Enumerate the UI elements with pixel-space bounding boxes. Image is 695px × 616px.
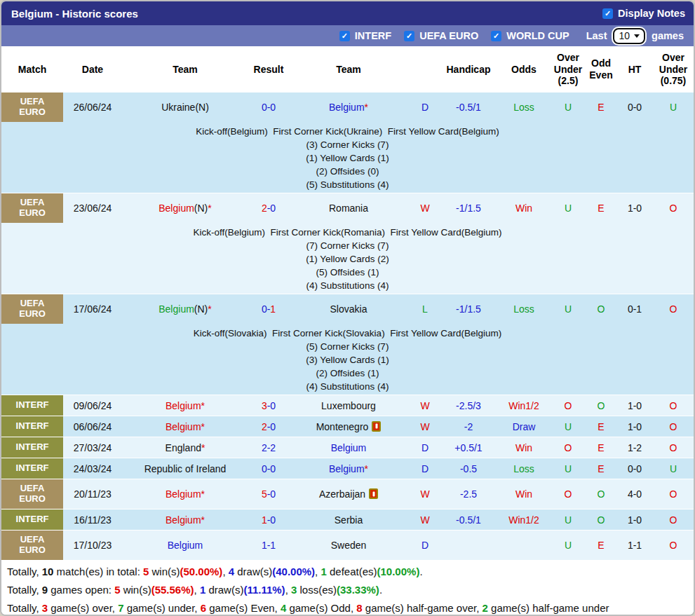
- half-time-score: 1-0: [619, 203, 651, 214]
- match-row[interactable]: INTERF27/03/24England*2-2BelgiumD+0.5/1W…: [1, 437, 694, 458]
- uefa-euro-checkbox-icon[interactable]: [404, 31, 414, 41]
- match-row[interactable]: UEFA EURO20/11/23Belgium*5-0AzerbaijanW-…: [1, 479, 694, 509]
- col-header-date: Date: [63, 64, 122, 76]
- interf-label: INTERF: [355, 30, 391, 41]
- odd-even-value: E: [583, 421, 619, 432]
- table-header-row: Match Date Team Result Team Handicap Odd…: [1, 46, 694, 93]
- notes-stat-line: (2) Offsides (0): [1, 165, 694, 178]
- match-notes: Kick-off(Slovakia) First Corner Kick(Slo…: [1, 324, 694, 395]
- handicap-value: -1/1.5: [442, 203, 495, 214]
- match-row[interactable]: INTERF09/06/24Belgium*3-0LuxembourgW-2.5…: [1, 395, 694, 416]
- display-notes-toggle[interactable]: Display Notes: [602, 8, 685, 19]
- match-result: 1-1: [248, 540, 289, 551]
- handicap-odds-result: Win: [495, 442, 553, 453]
- match-table-body: UEFA EURO26/06/24Ukraine(N)0-0Belgium*D-…: [1, 93, 694, 561]
- games-label: games: [652, 30, 684, 41]
- notes-stat-line: (5) Substitutions (4): [1, 178, 694, 191]
- competition-cell: INTERF: [1, 458, 63, 479]
- match-row[interactable]: INTERF16/11/23Belgium*1-0SerbiaW-0.5/1Wi…: [1, 509, 694, 530]
- page-title: Belgium - Historic scores: [11, 8, 138, 20]
- handicap-odds-result: Win1/2: [495, 514, 553, 526]
- team-home: Belgium*: [122, 400, 248, 411]
- team-home: Belgium*: [122, 514, 248, 526]
- interf-checkbox-icon[interactable]: [339, 31, 350, 41]
- team-away: Luxembourg: [289, 400, 408, 411]
- match-row[interactable]: INTERF24/03/24Republic of Ireland0-0Belg…: [1, 458, 694, 479]
- match-date: 24/03/24: [63, 463, 122, 474]
- match-result: 0-1: [248, 303, 289, 315]
- competition-cell: UEFA EURO: [1, 479, 63, 509]
- match-row-group: UEFA EURO20/11/23Belgium*5-0AzerbaijanW-…: [1, 479, 694, 509]
- handicap-value: -0.5/1: [442, 514, 495, 526]
- match-date: 26/06/24: [63, 102, 122, 113]
- handicap-odds-result: Loss: [495, 463, 553, 474]
- over-under-0-75-value: U: [651, 102, 695, 113]
- team-away: Azerbaijan: [289, 488, 408, 500]
- uefa-euro-label: UEFA EURO: [419, 30, 478, 41]
- filter-interf[interactable]: INTERF: [339, 30, 391, 41]
- odd-even-value: E: [583, 540, 619, 551]
- handicap-value: +0.5/1: [442, 442, 495, 453]
- notes-stat-line: (3) Yellow Cards (1): [1, 353, 694, 367]
- match-row[interactable]: INTERF06/06/24Belgium*2-0MontenegroW-2Dr…: [1, 416, 694, 437]
- team-home: Ukraine(N): [122, 102, 248, 113]
- games-count-select[interactable]: 10: [613, 28, 645, 44]
- result-letter: D: [408, 442, 442, 453]
- half-time-score: 1-0: [619, 421, 651, 432]
- notes-stat-line: (7) Corner Kicks (7): [1, 239, 694, 252]
- filter-uefa-euro[interactable]: UEFA EURO: [404, 30, 478, 41]
- display-notes-label: Display Notes: [618, 8, 685, 19]
- match-row[interactable]: UEFA EURO17/06/24Belgium(N)*0-1SlovakiaL…: [1, 294, 694, 324]
- over-under-0-75-value: O: [651, 488, 695, 500]
- competition-cell: INTERF: [1, 416, 63, 437]
- col-header-over-under-0-75: Over Under (0.75): [651, 52, 695, 87]
- col-header-team-away: Team: [289, 64, 408, 76]
- half-time-score: 0-0: [619, 102, 651, 113]
- match-date: 27/03/24: [63, 442, 122, 453]
- over-under-0-75-value: U: [651, 463, 695, 474]
- col-header-odds: Odds: [495, 64, 553, 76]
- notes-headline: Kick-off(Belgium) First Corner Kick(Ukra…: [1, 125, 694, 138]
- half-time-score: 4-0: [619, 488, 651, 500]
- over-under-2-5-value: O: [553, 400, 583, 411]
- col-header-match: Match: [1, 64, 63, 76]
- competition-badge: INTERF: [1, 437, 63, 458]
- competition-cell: INTERF: [1, 437, 63, 458]
- match-row[interactable]: UEFA EURO23/06/24Belgium(N)*2-0RomaniaW-…: [1, 193, 694, 223]
- team-home: Belgium(N)*: [122, 303, 248, 315]
- world-cup-checkbox-icon[interactable]: [491, 31, 501, 41]
- over-under-2-5-value: U: [553, 303, 583, 315]
- col-header-ht: HT: [619, 64, 651, 76]
- handicap-odds-result: Loss: [495, 102, 553, 113]
- over-under-0-75-value: O: [651, 303, 695, 315]
- display-notes-checkbox-icon[interactable]: [602, 8, 613, 19]
- match-row-group: INTERF06/06/24Belgium*2-0MontenegroW-2Dr…: [1, 416, 694, 437]
- notes-stat-line: (1) Yellow Cards (2): [1, 252, 694, 266]
- competition-badge: UEFA EURO: [1, 294, 63, 324]
- half-time-score: 0-0: [619, 463, 651, 474]
- match-row[interactable]: UEFA EURO17/10/23Belgium1-1SwedenDUE1-1O: [1, 531, 694, 560]
- team-home: Belgium*: [122, 488, 248, 500]
- team-away: Belgium: [289, 442, 408, 453]
- notes-stat-line: (4) Substitutions (4): [1, 279, 694, 292]
- half-time-score: 1-1: [619, 540, 651, 551]
- handicap-odds-result: Win: [495, 203, 553, 214]
- match-date: 20/11/23: [63, 488, 122, 500]
- odd-even-value: O: [583, 488, 619, 500]
- match-notes: Kick-off(Belgium) First Corner Kick(Ukra…: [1, 122, 694, 193]
- match-row[interactable]: UEFA EURO26/06/24Ukraine(N)0-0Belgium*D-…: [1, 93, 694, 122]
- competition-cell: UEFA EURO: [1, 294, 63, 324]
- competition-cell: INTERF: [1, 395, 63, 416]
- odd-even-value: E: [583, 203, 619, 214]
- match-row-group: INTERF09/06/24Belgium*3-0LuxembourgW-2.5…: [1, 395, 694, 416]
- over-under-2-5-value: U: [553, 203, 583, 214]
- competition-badge: INTERF: [1, 458, 63, 479]
- filter-world-cup[interactable]: WORLD CUP: [491, 30, 569, 41]
- notes-stat-line: (5) Offsides (1): [1, 266, 694, 279]
- historic-scores-panel: Belgium - Historic scores Display Notes …: [0, 0, 695, 616]
- over-under-0-75-value: O: [651, 514, 695, 526]
- col-header-handicap: Handicap: [442, 64, 495, 76]
- handicap-odds-result: Win1/2: [495, 400, 553, 411]
- match-row-group: INTERF27/03/24England*2-2BelgiumD+0.5/1W…: [1, 437, 694, 458]
- competition-cell: INTERF: [1, 509, 63, 530]
